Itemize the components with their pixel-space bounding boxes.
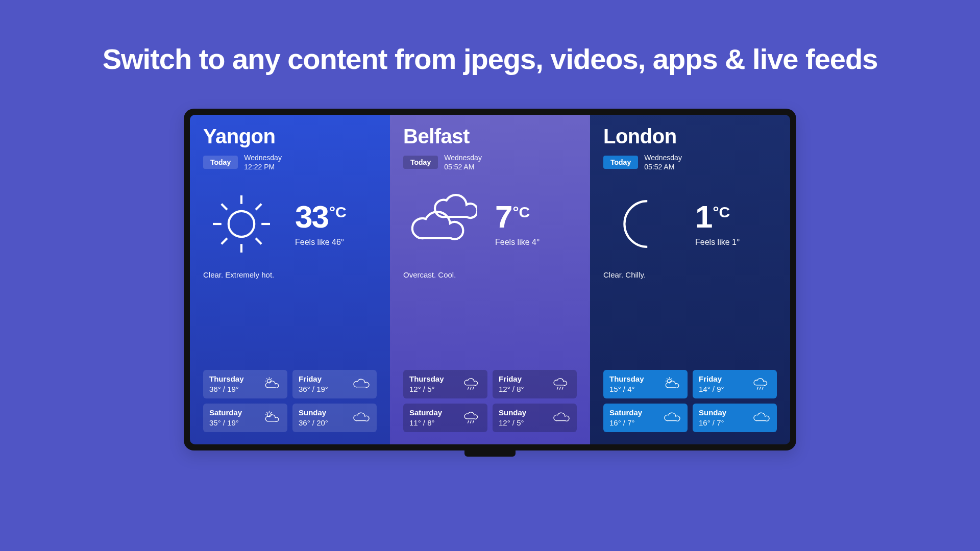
forecast-card: Thursday15° / 4° bbox=[603, 370, 688, 398]
today-badge: Today bbox=[403, 156, 438, 169]
today-time: 05:52 AM bbox=[444, 162, 482, 171]
forecast-temps: 16° / 7° bbox=[609, 418, 642, 427]
forecast-day: Sunday bbox=[299, 408, 328, 417]
today-time: 12:22 PM bbox=[244, 162, 282, 171]
city-name: Belfast bbox=[403, 125, 577, 148]
city-name: Yangon bbox=[203, 125, 377, 148]
forecast-card: Saturday35° / 19° bbox=[203, 404, 287, 432]
temperature-block: 33 °C Feels like 46° bbox=[295, 201, 347, 247]
forecast-grid: Thursday36° / 19° Friday36° / 19° Saturd… bbox=[203, 370, 377, 432]
temperature-unit: °C bbox=[512, 204, 530, 221]
temperature-unit: °C bbox=[329, 204, 347, 221]
today-row: Today Wednesday 05:52 AM bbox=[403, 153, 577, 171]
sun-icon bbox=[203, 186, 280, 262]
partly-cloudy-icon bbox=[262, 408, 281, 428]
rain-icon bbox=[551, 374, 571, 394]
today-dayname: Wednesday bbox=[244, 153, 282, 162]
feels-like: Feels like 4° bbox=[495, 238, 540, 247]
condition-text: Clear. Extremely hot. bbox=[203, 270, 377, 279]
temperature-block: 1 °C Feels like 1° bbox=[695, 201, 740, 247]
forecast-day: Sunday bbox=[499, 408, 526, 417]
cloud-icon bbox=[662, 408, 681, 428]
forecast-temps: 14° / 9° bbox=[699, 385, 724, 393]
today-time: 05:52 AM bbox=[644, 162, 682, 171]
tv-stand bbox=[464, 449, 516, 457]
forecast-card: Friday14° / 9° bbox=[693, 370, 777, 398]
forecast-temps: 12° / 5° bbox=[499, 418, 526, 427]
today-meta: Wednesday 05:52 AM bbox=[644, 153, 682, 171]
partly-cloudy-icon bbox=[262, 374, 281, 394]
clouds-icon bbox=[403, 186, 480, 262]
forecast-day: Thursday bbox=[409, 374, 444, 383]
forecast-card: Thursday36° / 19° bbox=[203, 370, 287, 398]
feels-like: Feels like 1° bbox=[695, 238, 740, 247]
condition-text: Clear. Chilly. bbox=[603, 270, 777, 279]
forecast-card: Sunday16° / 7° bbox=[693, 404, 777, 432]
cloud-icon bbox=[351, 408, 371, 428]
forecast-day: Friday bbox=[299, 374, 328, 383]
today-row: Today Wednesday 12:22 PM bbox=[203, 153, 377, 171]
condition-text: Overcast. Cool. bbox=[403, 270, 577, 279]
current-weather: 1 °C Feels like 1° bbox=[603, 186, 777, 262]
forecast-temps: 12° / 8° bbox=[499, 385, 524, 393]
rain-icon bbox=[462, 374, 481, 394]
today-row: Today Wednesday 05:52 AM bbox=[603, 153, 777, 171]
cloud-icon bbox=[351, 374, 371, 394]
moon-icon bbox=[603, 186, 680, 262]
today-meta: Wednesday 05:52 AM bbox=[444, 153, 482, 171]
forecast-temps: 16° / 7° bbox=[699, 418, 726, 427]
cloud-icon bbox=[751, 408, 771, 428]
forecast-grid: Thursday12° / 5° Friday12° / 8° Saturday… bbox=[403, 370, 577, 432]
forecast-grid: Thursday15° / 4° Friday14° / 9° Saturday… bbox=[603, 370, 777, 432]
tv-frame: Yangon Today Wednesday 12:22 PM 33 °C Fe… bbox=[184, 109, 796, 450]
temperature-unit: °C bbox=[713, 204, 730, 221]
forecast-card: Friday36° / 19° bbox=[292, 370, 377, 398]
forecast-day: Sunday bbox=[699, 408, 726, 417]
forecast-card: Saturday16° / 7° bbox=[603, 404, 688, 432]
forecast-temps: 36° / 19° bbox=[209, 385, 244, 393]
today-meta: Wednesday 12:22 PM bbox=[244, 153, 282, 171]
headline: Switch to any content from jpegs, videos… bbox=[103, 41, 878, 78]
weather-panel-london: London Today Wednesday 05:52 AM 1 °C Fee… bbox=[590, 115, 790, 444]
forecast-day: Friday bbox=[699, 374, 724, 383]
forecast-day: Friday bbox=[499, 374, 524, 383]
today-badge: Today bbox=[203, 156, 238, 169]
forecast-card: Sunday12° / 5° bbox=[493, 404, 577, 432]
forecast-temps: 15° / 4° bbox=[609, 385, 644, 393]
current-weather: 33 °C Feels like 46° bbox=[203, 186, 377, 262]
current-weather: 7 °C Feels like 4° bbox=[403, 186, 577, 262]
city-name: London bbox=[603, 125, 777, 148]
temperature-value: 33 bbox=[295, 201, 328, 233]
forecast-temps: 36° / 19° bbox=[299, 385, 328, 393]
weather-panel-yangon: Yangon Today Wednesday 12:22 PM 33 °C Fe… bbox=[190, 115, 390, 444]
forecast-day: Saturday bbox=[209, 408, 242, 417]
forecast-card: Saturday11° / 8° bbox=[403, 404, 487, 432]
today-dayname: Wednesday bbox=[644, 153, 682, 162]
tv-screen: Yangon Today Wednesday 12:22 PM 33 °C Fe… bbox=[190, 115, 790, 444]
forecast-temps: 12° / 5° bbox=[409, 385, 444, 393]
today-dayname: Wednesday bbox=[444, 153, 482, 162]
forecast-card: Sunday36° / 20° bbox=[292, 404, 377, 432]
weather-panel-belfast: Belfast Today Wednesday 05:52 AM 7 °C Fe… bbox=[390, 115, 590, 444]
today-badge: Today bbox=[603, 156, 638, 169]
forecast-day: Saturday bbox=[409, 408, 442, 417]
forecast-card: Thursday12° / 5° bbox=[403, 370, 487, 398]
forecast-temps: 11° / 8° bbox=[409, 418, 442, 427]
temperature-value: 7 bbox=[495, 201, 511, 233]
partly-cloudy-icon bbox=[662, 374, 681, 394]
forecast-temps: 36° / 20° bbox=[299, 418, 328, 427]
forecast-day: Saturday bbox=[609, 408, 642, 417]
cloud-icon bbox=[551, 408, 571, 428]
rain-icon bbox=[462, 408, 481, 428]
rain-icon bbox=[751, 374, 771, 394]
feels-like: Feels like 46° bbox=[295, 238, 347, 247]
forecast-day: Thursday bbox=[209, 374, 244, 383]
temperature-block: 7 °C Feels like 4° bbox=[495, 201, 540, 247]
forecast-card: Friday12° / 8° bbox=[493, 370, 577, 398]
temperature-value: 1 bbox=[695, 201, 712, 233]
forecast-temps: 35° / 19° bbox=[209, 418, 242, 427]
forecast-day: Thursday bbox=[609, 374, 644, 383]
